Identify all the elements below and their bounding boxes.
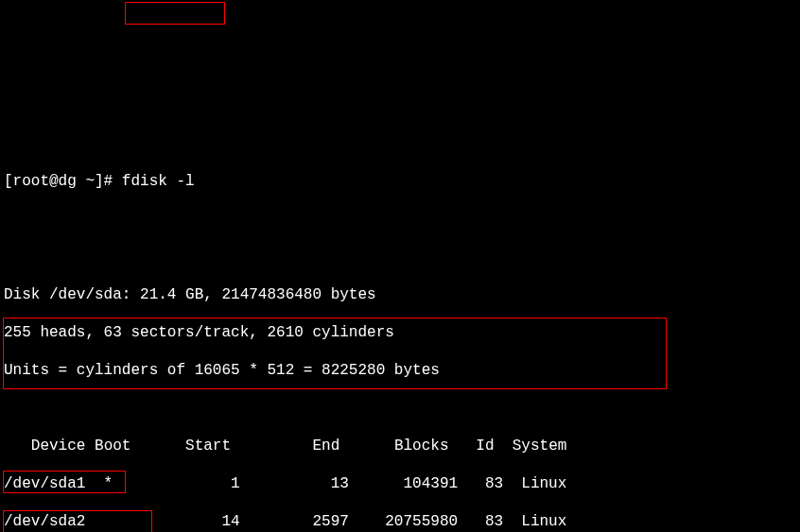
sda-row: /dev/sda1 * 1 13 104391 83 Linux [4,474,796,493]
col-device: Device [31,438,86,455]
terminal-output: [root@dg ~]# fdisk -l Disk /dev/sda: 21.… [0,0,800,532]
highlight-command [125,2,225,25]
sda-row: /dev/sda2 14 2597 20755980 83 Linux [4,512,796,531]
col-end: End [312,438,339,455]
col-blocks: Blocks [394,438,449,455]
blank-line [4,399,796,418]
sda-title: Disk /dev/sda: 21.4 GB, 21474836480 byte… [4,285,796,304]
sda-geom: 255 heads, 63 sectors/track, 2610 cylind… [4,323,796,342]
shell-prompt: [root@dg ~]# [4,173,113,190]
col-system: System [513,438,567,455]
sda-units: Units = cylinders of 16065 * 512 = 82252… [4,361,796,380]
prompt-line: [root@dg ~]# fdisk -l [4,172,796,191]
sda-header: Device Boot Start End Blocks Id System [4,437,796,455]
col-id: Id [476,438,494,455]
shell-command[interactable]: fdisk -l [122,173,195,190]
blank-line [4,210,796,229]
col-start: Start [185,438,231,455]
col-boot: Boot [95,438,130,455]
